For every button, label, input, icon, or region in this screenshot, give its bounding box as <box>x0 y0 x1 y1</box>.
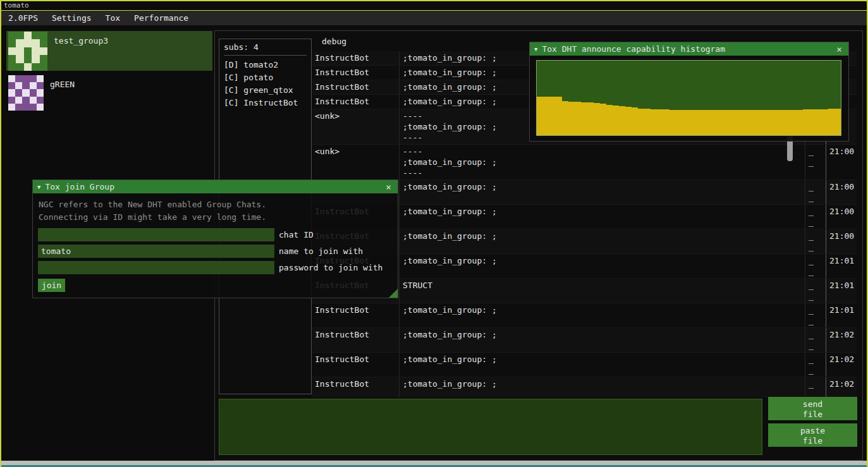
join-window-title: Tox join Group <box>45 182 379 191</box>
histogram-bar <box>619 106 625 135</box>
close-icon[interactable]: × <box>384 182 393 192</box>
app-window: tomato 2.0FPSSettingsToxPerformance test… <box>0 0 868 467</box>
histogram-bar <box>707 110 714 135</box>
menu-item-performance[interactable]: Performance <box>127 11 195 25</box>
message-text: STRUCT <box>399 279 805 303</box>
join-info: NGC refers to the New DHT enabled Group … <box>33 193 398 225</box>
chat-id-input[interactable] <box>38 228 274 241</box>
histogram-bar <box>688 110 695 135</box>
message-time: 21:00 <box>826 205 857 229</box>
histogram-bar <box>726 110 733 135</box>
message-row: InstructBot;tomato_in_group: ;_ _21:01 <box>312 303 857 328</box>
join-fields: chat IDname to join withpassword to join… <box>33 228 398 274</box>
join-password-label: password to join with <box>279 263 382 272</box>
message-row: InstructBot;tomato_in_group: ;_ _21:02 <box>312 328 857 353</box>
join-group-window: ▼ Tox join Group × NGC refers to the New… <box>32 179 398 298</box>
histogram-plot <box>536 60 841 136</box>
message-row: InstructBot;tomato_in_group: ;_ _21:02 <box>312 377 857 397</box>
subs-list-item[interactable]: [C] green_qtox <box>224 84 307 97</box>
histogram-bar <box>644 109 651 135</box>
histogram-bar <box>606 105 613 135</box>
histogram-bar <box>740 110 746 135</box>
close-icon[interactable]: × <box>834 44 844 54</box>
group-name: gREEN <box>50 75 75 114</box>
group-name: test_group3 <box>54 31 108 71</box>
join-info-line-1: NGC refers to the New DHT enabled Group … <box>39 198 392 211</box>
horizontal-scrollbar[interactable] <box>1 461 867 465</box>
subs-list: [D] tomato2[C] potato[C] green_qtox[C] I… <box>224 59 307 109</box>
resize-grip[interactable] <box>389 289 398 298</box>
group-item-test_group3[interactable]: test_group3 <box>6 31 212 71</box>
histogram-bar <box>575 102 581 135</box>
histogram-bar <box>809 109 816 135</box>
message-flags: _ _ <box>805 279 826 303</box>
join-name-input[interactable] <box>38 245 274 258</box>
message-row: <unk>---- ;tomato_in_group: ; ----_ _21:… <box>312 145 857 180</box>
histogram-bar <box>657 109 663 135</box>
message-sender: InstructBot <box>312 51 399 65</box>
histogram-bar <box>771 110 778 135</box>
message-text: ;tomato_in_group: ; <box>399 254 805 278</box>
menu-item-2-0fps: 2.0FPS <box>1 11 45 25</box>
group-avatar <box>8 32 47 71</box>
subs-list-item[interactable]: [C] potato <box>224 71 307 84</box>
message-text: ---- ;tomato_in_group: ; ---- <box>399 145 805 179</box>
message-sender: InstructBot <box>312 377 399 397</box>
join-password-input[interactable] <box>38 261 274 274</box>
collapse-icon[interactable]: ▼ <box>534 46 537 52</box>
subs-list-item[interactable]: [C] InstructBot <box>224 97 307 109</box>
message-flags: _ _ <box>805 303 826 327</box>
message-flags: _ _ <box>805 353 826 377</box>
histogram-bar <box>752 110 759 135</box>
histogram-bar <box>663 109 669 135</box>
histogram-bar <box>638 109 644 135</box>
group-avatar <box>8 75 44 111</box>
histogram-bar <box>651 109 657 135</box>
histogram-bar <box>613 106 619 135</box>
histogram-bar <box>765 110 771 135</box>
histogram-bar <box>682 110 688 135</box>
paste-file-button[interactable]: paste file <box>768 423 857 447</box>
message-time: 21:00 <box>826 180 857 204</box>
group-list: test_group3gREEN <box>6 31 212 118</box>
message-sender: InstructBot <box>312 353 399 377</box>
subs-list-item[interactable]: [D] tomato2 <box>224 59 307 71</box>
histogram-bar <box>834 109 841 135</box>
message-text: ;tomato_in_group: ; <box>399 205 805 229</box>
histogram-bar <box>816 109 822 135</box>
join-field-row: name to join with <box>38 245 398 258</box>
histogram-window-titlebar[interactable]: ▼ Tox DHT announce capability histogram … <box>530 42 848 56</box>
join-field-row: chat ID <box>38 228 398 241</box>
histogram-bar <box>828 109 834 135</box>
collapse-icon[interactable]: ▼ <box>37 184 40 190</box>
menu-item-tox[interactable]: Tox <box>99 11 127 25</box>
group-item-gREEN[interactable]: gREEN <box>6 75 212 114</box>
histogram-bar <box>594 103 600 135</box>
message-time: 21:02 <box>826 328 857 352</box>
message-time: 21:00 <box>826 145 857 179</box>
menu-item-settings[interactable]: Settings <box>45 11 99 25</box>
join-window-titlebar[interactable]: ▼ Tox join Group × <box>33 180 398 193</box>
histogram-bar <box>784 110 790 135</box>
histogram-bar <box>625 107 632 135</box>
join-info-line-2: Connecting via ID might take a very long… <box>39 211 392 224</box>
message-input[interactable] <box>219 399 762 455</box>
join-button[interactable]: join <box>38 279 65 292</box>
join-name-label: name to join with <box>279 246 363 256</box>
message-flags: _ _ <box>805 229 826 253</box>
histogram-bar <box>720 110 726 135</box>
window-title: tomato <box>1 1 867 11</box>
histogram-window: ▼ Tox DHT announce capability histogram … <box>529 42 849 142</box>
send-file-button[interactable]: send file <box>768 397 857 420</box>
histogram-bar <box>803 109 809 135</box>
histogram-window-title: Tox DHT announce capability histogram <box>542 44 830 54</box>
message-flags: _ _ <box>805 180 826 204</box>
message-sender: <unk> <box>312 145 399 179</box>
message-flags: _ _ <box>805 145 826 179</box>
histogram-bar <box>549 97 556 135</box>
histogram-bar <box>669 110 676 135</box>
join-field-row: password to join with <box>38 261 398 274</box>
message-time: 21:01 <box>826 254 857 278</box>
histogram-bar <box>587 102 594 135</box>
message-sender: InstructBot <box>312 328 399 352</box>
